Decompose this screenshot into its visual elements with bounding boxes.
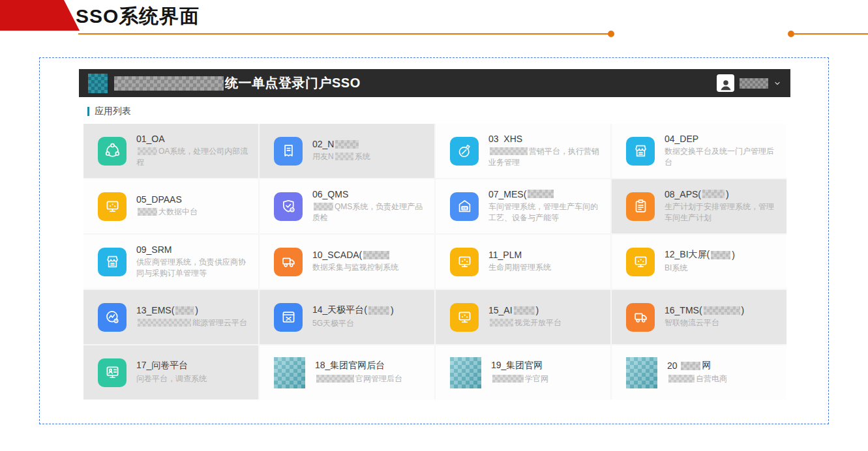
app-title-text: 14_天极平台( — [312, 304, 367, 316]
censored-text — [335, 140, 359, 149]
page-title: SSO系统界面 — [76, 3, 200, 30]
app-desc: 生产计划于安排管理系统，管理车间生产计划 — [665, 201, 779, 224]
app-desc-text: 数据交换平台及统一门户管理后台 — [665, 147, 774, 167]
censored-text — [668, 375, 695, 383]
app-desc: 智联物流云平台 — [665, 317, 779, 328]
app-title-text: 04_DEP — [665, 134, 698, 144]
decorative-dot-left — [608, 31, 614, 37]
app-tile[interactable]: 19_集团官网学官网 — [436, 345, 610, 400]
app-desc: 营销平台，执行营销业务管理 — [488, 146, 603, 169]
app-title-text: 网 — [702, 360, 711, 371]
app-desc: 生命周期管理系统 — [488, 262, 603, 273]
app-tile-text: 07_MES(车间管理系统，管理生产车间的工艺、设备与产能等 — [488, 189, 603, 224]
clipboard-list-icon — [626, 192, 655, 221]
app-desc: 大数据中台 — [136, 207, 250, 218]
pomegranate-icon — [450, 137, 479, 166]
app-tile[interactable]: 20 网自营电商 — [612, 345, 786, 400]
sso-portal-window: 统一单点登录门户SSO 应用列表 01_OAOA系统，处理公司内部流程02_N用… — [39, 57, 829, 424]
app-tile[interactable]: 13_EMS()能源管理云平台 — [83, 290, 258, 344]
app-tile[interactable]: 11_PLM生命周期管理系统 — [436, 235, 610, 289]
app-desc: 数据交换平台及统一门户管理后台 — [665, 146, 779, 169]
censored-text — [138, 319, 191, 327]
app-desc-text: 生命周期管理系统 — [488, 263, 551, 272]
app-title: 19_集团官网 — [491, 360, 603, 371]
app-tile[interactable]: 05_DPAAS大数据中台 — [83, 179, 258, 233]
censored-logo-icon — [274, 357, 305, 388]
portal-title: 统一单点登录门户SSO — [225, 74, 361, 92]
storefront-icon — [626, 137, 655, 166]
app-desc: 车间管理系统，管理生产车间的工艺、设备与产能等 — [488, 201, 603, 224]
censored-text — [314, 203, 333, 211]
app-desc-text: 问卷平台，调查系统 — [136, 374, 207, 383]
app-title-text: 19_集团官网 — [491, 360, 543, 371]
app-tile[interactable]: 16_TMS()智联物流云平台 — [612, 290, 786, 344]
censored-text — [138, 208, 157, 216]
censored-text — [368, 306, 389, 315]
app-tile-text: 15_AI)视觉开放平台 — [488, 305, 603, 328]
app-title: 05_DPAAS — [136, 194, 250, 205]
app-desc-text: 车间管理系统，管理生产车间的工艺、设备与产能等 — [488, 202, 598, 222]
app-tile[interactable]: 06_QMSQMS系统，负责处理产品质检 — [260, 179, 434, 233]
app-title-text: ) — [726, 189, 729, 199]
censored-text — [490, 319, 513, 327]
app-title-text: ) — [391, 305, 394, 315]
user-menu[interactable] — [717, 74, 781, 92]
app-desc-text: 用友N — [312, 152, 334, 161]
user-avatar[interactable] — [717, 74, 734, 92]
app-tile[interactable]: 02_N用友N系统 — [260, 124, 434, 178]
app-tile[interactable]: MES07_MES(车间管理系统，管理生产车间的工艺、设备与产能等 — [436, 179, 610, 233]
app-title-text: ) — [741, 305, 745, 315]
censored-text — [490, 147, 528, 155]
app-title-text: 01_OA — [136, 134, 165, 144]
app-tile[interactable]: 08_APS()生产计划于安排管理系统，管理车间生产计划 — [612, 179, 786, 233]
app-title-text: 10_SCADA( — [312, 250, 362, 260]
censored-user-name[interactable] — [740, 78, 768, 89]
app-tile[interactable]: 09_SRM供应商管理系统，负责供应商协同与采购订单管理等 — [83, 235, 258, 289]
app-tile-text: 19_集团官网学官网 — [491, 360, 603, 385]
app-title: 18_集团官网后台 — [315, 360, 427, 371]
app-tile[interactable]: 14_天极平台()5G天极平台 — [260, 290, 434, 344]
decorative-line-left — [78, 33, 610, 35]
censored-company-name — [114, 76, 224, 91]
app-tile-text: 20 网自营电商 — [667, 360, 779, 385]
app-desc-text: 数据采集与监视控制系统 — [312, 263, 398, 272]
app-title-text: 09_SRM — [136, 244, 172, 255]
app-desc: 能源管理云平台 — [136, 317, 250, 328]
app-tile[interactable]: 10_SCADA(数据采集与监视控制系统 — [260, 235, 434, 289]
app-title: 20 网 — [667, 360, 779, 371]
chevron-down-icon[interactable] — [773, 80, 781, 87]
censored-text — [316, 375, 354, 383]
app-title: 13_EMS() — [136, 305, 250, 315]
app-tile-text: 18_集团官网后台官网管理后台 — [315, 360, 427, 385]
app-tile[interactable]: 04_DEP数据交换平台及统一门户管理后台 — [612, 124, 786, 178]
censored-text — [138, 147, 157, 155]
app-tile[interactable]: 01_OAOA系统，处理公司内部流程 — [83, 124, 258, 178]
app-tile[interactable]: 17_问卷平台问卷平台，调查系统 — [83, 345, 258, 400]
truck-icon — [274, 248, 303, 276]
censored-text — [363, 251, 389, 259]
app-tile[interactable]: 15_AI)视觉开放平台 — [436, 290, 610, 344]
app-title: 01_OA — [136, 134, 250, 144]
app-desc: 数据采集与监视控制系统 — [312, 262, 427, 273]
app-tile-text: 05_DPAAS大数据中台 — [136, 194, 250, 218]
censored-text — [711, 251, 730, 259]
app-desc-text: 生产计划于安排管理系统，管理车间生产计划 — [665, 202, 774, 222]
censored-text — [528, 190, 554, 198]
app-desc: OA系统，处理公司内部流程 — [136, 146, 250, 169]
app-title-text: 08_APS( — [665, 189, 701, 199]
truck-icon — [626, 303, 655, 332]
monitor-icon — [450, 248, 479, 276]
app-desc: 自营电商 — [667, 373, 779, 385]
monitor-icon — [626, 248, 655, 276]
app-tile-text: 14_天极平台()5G天极平台 — [312, 304, 427, 329]
shield-check-icon — [274, 192, 303, 221]
section-label: 应用列表 — [87, 106, 131, 117]
app-tile-text: 13_EMS()能源管理云平台 — [136, 305, 250, 328]
app-desc: BI系统 — [665, 263, 779, 274]
app-tile[interactable]: 03 XHS营销平台，执行营销业务管理 — [436, 124, 610, 178]
censored-text — [492, 375, 524, 383]
app-title: 11_PLM — [488, 250, 603, 260]
app-tile[interactable]: 12_BI大屏()BI系统 — [612, 235, 786, 289]
app-tile[interactable]: 18_集团官网后台官网管理后台 — [260, 345, 434, 400]
app-tile-text: 01_OAOA系统，处理公司内部流程 — [136, 134, 250, 169]
